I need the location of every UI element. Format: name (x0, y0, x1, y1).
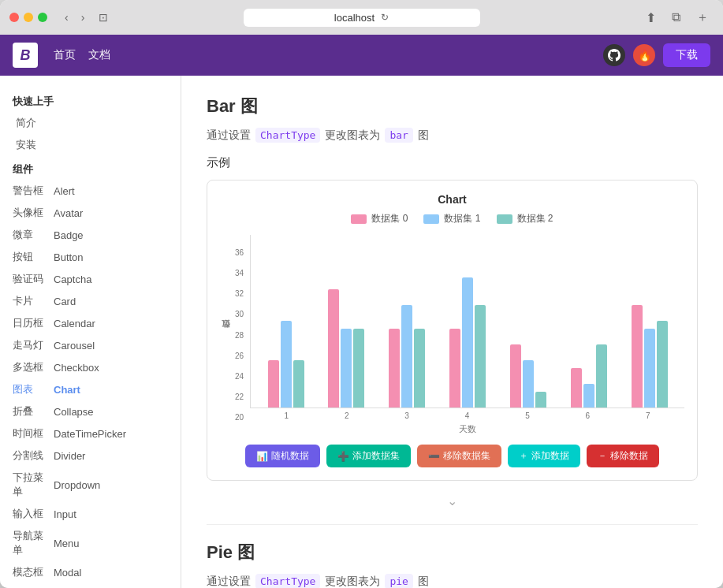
forward-button[interactable]: › (76, 9, 90, 25)
sidebar-item-intro[interactable]: 简介 (0, 112, 181, 134)
sidebar-item-button[interactable]: 按钮 Button (0, 246, 181, 268)
random-data-button[interactable]: 📊 随机数据 (245, 445, 320, 467)
github-icon[interactable] (603, 44, 625, 66)
legend-item-0: 数据集 0 (351, 212, 408, 225)
sidebar-item-en: Calendar (54, 318, 95, 329)
sidebar-item-collapse[interactable]: 折叠 Collapse (0, 400, 181, 422)
chart-buttons: 📊 随机数据 ➕ 添加数据集 ➖ 移除数据集 ＋ 添加数据 (220, 445, 684, 467)
sidebar-item-zh: 分割线 (13, 448, 50, 463)
pie-code: pie (385, 574, 412, 588)
add-dataset-icon: ➕ (337, 451, 349, 462)
quick-start-title: 快速上手 (0, 88, 181, 112)
toolbar-right: ⬆ ⧉ ＋ (641, 8, 714, 28)
remove-data-icon: － (598, 449, 607, 463)
components-title: 组件 (0, 156, 181, 180)
bar-pink-5 (510, 344, 521, 408)
bar-description: 通过设置 ChartType 更改图表为 bar 图 (207, 128, 698, 143)
sidebar-item-en: Avatar (54, 207, 83, 219)
sidebar-item-modal[interactable]: 模态框 Modal (0, 561, 181, 583)
sidebar-item-en: Collapse (54, 406, 94, 418)
add-dataset-button[interactable]: ➕ 添加数据集 (326, 445, 411, 467)
sidebar-item-en: Menu (54, 538, 80, 549)
sidebar-item-menu[interactable]: 导航菜单 Menu (0, 525, 181, 561)
chart-container: Chart 数据集 0 数据集 1 数据集 2 (207, 180, 698, 481)
url-bar[interactable]: localhost ↻ (244, 9, 480, 27)
sidebar-item-zh: 输入框 (13, 507, 50, 521)
bar-code: bar (385, 128, 412, 143)
sidebar-item-badge[interactable]: 微章 Badge (0, 224, 181, 246)
close-button[interactable] (9, 13, 19, 22)
share-button[interactable]: ⬆ (641, 8, 661, 28)
sidebar-item-zh: 头像框 (13, 206, 50, 220)
x-label-1: 1 (256, 411, 316, 420)
sidebar-item-checkbox[interactable]: 多选框 Checkbox (0, 356, 181, 378)
new-tab-button[interactable]: ⧉ (667, 8, 685, 28)
sidebar-item-chart[interactable]: 图表 Chart (0, 378, 181, 400)
sidebar-item-zh: 时间框 (13, 426, 50, 441)
nav-arrows: ‹ › (60, 9, 89, 25)
main-content: 快速上手 简介 安装 组件 警告框 Alert 头像框 Avatar 微章 Ba… (0, 76, 723, 588)
sidebar-item-en: DateTimePicker (54, 428, 126, 440)
pie-desc-post: 图 (418, 575, 429, 589)
sidebar-item-en: Input (54, 508, 76, 520)
sidebar-item-alert[interactable]: 警告框 Alert (0, 180, 181, 202)
sidebar-item-en: Badge (54, 229, 84, 241)
remove-data-label: 移除数据 (610, 449, 648, 463)
sidebar-item-en: Card (54, 296, 76, 307)
add-dataset-label: 添加数据集 (352, 449, 400, 463)
pie-desc-mid: 更改图表为 (325, 575, 380, 589)
bar-group-1 (257, 321, 315, 408)
x-axis: 1 2 3 4 5 6 7 (250, 408, 684, 420)
sidebar-item-captcha[interactable]: 验证码 Captcha (0, 268, 181, 290)
bar-mint-7 (657, 321, 668, 408)
back-button[interactable]: ‹ (60, 9, 73, 25)
refresh-icon[interactable]: ↻ (381, 12, 389, 23)
sidebar-item-carousel[interactable]: 走马灯 Carousel (0, 334, 181, 356)
download-button[interactable]: 下载 (663, 43, 710, 67)
sidebar-item-dropdown[interactable]: 下拉菜单 Dropdown (0, 467, 181, 503)
maximize-button[interactable] (38, 13, 47, 22)
y-label-34: 34 (235, 269, 244, 277)
fire-icon[interactable]: 🔥 (633, 44, 655, 66)
sidebar-item-zh: 下拉菜单 (13, 471, 50, 499)
sidebar-item-zh: 验证码 (13, 272, 50, 286)
sidebar-item-nav[interactable]: 导航栏 Nav (0, 583, 181, 588)
sidebar-item-zh: 微章 (13, 228, 50, 242)
sidebar-item-divider[interactable]: 分割线 Divider (0, 445, 181, 467)
y-label-30: 30 (235, 310, 244, 318)
sidebar-item-card[interactable]: 卡片 Card (0, 290, 181, 312)
nav-home[interactable]: 首页 (54, 48, 76, 62)
chart-legend: 数据集 0 数据集 1 数据集 2 (220, 212, 684, 225)
minimize-button[interactable] (24, 13, 33, 22)
y-label-22: 22 (235, 393, 244, 401)
chart-type-code: ChartType (255, 128, 320, 143)
nav-docs[interactable]: 文档 (88, 48, 110, 62)
bar-pink-6 (571, 368, 582, 408)
sidebar-item-calendar[interactable]: 日历框 Calendar (0, 312, 181, 334)
add-data-icon: ＋ (519, 449, 528, 463)
sidebar-item-install[interactable]: 安装 (0, 134, 181, 156)
chart-area: 数值 36 34 32 30 28 26 24 22 20 (220, 235, 684, 435)
bar-pink-7 (632, 305, 643, 408)
bar-pink-3 (389, 329, 400, 408)
bar-mint-2 (353, 329, 364, 408)
sidebar-item-zh: 卡片 (13, 294, 50, 308)
add-button[interactable]: ＋ (691, 8, 714, 28)
remove-data-button[interactable]: － 移除数据 (587, 445, 659, 467)
x-label-3: 3 (377, 411, 437, 420)
brand-logo[interactable]: B (13, 43, 38, 68)
bar-pink-4 (449, 329, 460, 408)
remove-dataset-button[interactable]: ➖ 移除数据集 (417, 445, 501, 467)
y-axis: 36 34 32 30 28 26 24 22 20 (235, 248, 250, 422)
bar-group-3 (378, 305, 436, 408)
sidebar-item-input[interactable]: 输入框 Input (0, 503, 181, 525)
add-data-button[interactable]: ＋ 添加数据 (508, 445, 580, 467)
bar-blue-6 (583, 384, 594, 408)
sidebar-item-avatar[interactable]: 头像框 Avatar (0, 202, 181, 224)
y-label-36: 36 (235, 248, 244, 257)
example-label: 示例 (207, 155, 698, 170)
sidebar-item-datetimepicker[interactable]: 时间框 DateTimePicker (0, 422, 181, 445)
sidebar-item-en: Dropdown (54, 479, 100, 491)
sidebar-item-zh: 折叠 (13, 404, 50, 419)
app-bar: B 首页 文档 🔥 下载 (0, 35, 723, 76)
